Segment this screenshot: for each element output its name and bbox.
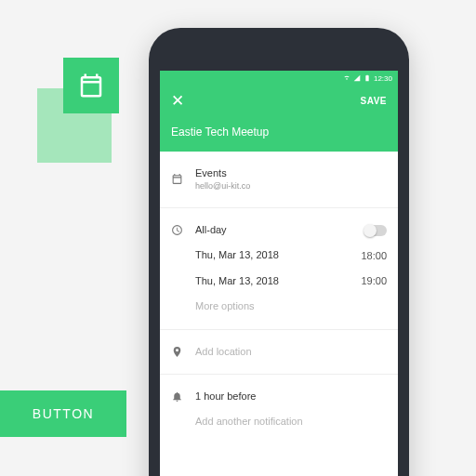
- wifi-icon: [343, 74, 350, 82]
- battery-icon: [364, 74, 371, 82]
- more-options-row[interactable]: More options: [171, 294, 387, 319]
- notification-row[interactable]: 1 hour before: [171, 384, 387, 409]
- event-title-input[interactable]: Eastie Tech Meetup: [171, 126, 387, 139]
- notification-value: 1 hour before: [195, 390, 387, 403]
- bell-icon: [171, 390, 183, 403]
- clock-icon: [171, 224, 183, 236]
- phone-frame: 12:30 ✕ SAVE Eastie Tech Meetup Events h…: [149, 28, 409, 476]
- decoration-calendar-tile: [63, 58, 119, 113]
- calendar-icon: [171, 173, 183, 185]
- time-section: All-day Thu, Mar 13, 2018 18:00 Thu, Mar…: [160, 208, 398, 330]
- start-time: 18:00: [361, 250, 387, 261]
- location-row[interactable]: Add location: [171, 339, 387, 364]
- phone-screen: 12:30 ✕ SAVE Eastie Tech Meetup Events h…: [160, 71, 398, 476]
- location-icon: [171, 346, 183, 358]
- calendar-account: hello@ui-kit.co: [195, 180, 387, 192]
- location-section: Add location: [160, 330, 398, 375]
- allday-toggle[interactable]: [364, 225, 387, 236]
- start-datetime-row[interactable]: Thu, Mar 13, 2018 18:00: [171, 243, 387, 268]
- calendar-name: Events: [195, 166, 387, 180]
- add-notification-row[interactable]: Add another notification: [171, 409, 387, 434]
- signal-icon: [353, 74, 361, 82]
- sample-button[interactable]: BUTTON: [0, 390, 126, 437]
- end-datetime-row[interactable]: Thu, Mar 13, 2018 19:00: [171, 269, 387, 294]
- status-time: 12:30: [374, 74, 392, 83]
- end-time: 19:00: [361, 275, 387, 286]
- save-button[interactable]: SAVE: [361, 96, 388, 106]
- sample-button-label: BUTTON: [33, 406, 94, 421]
- calendar-section: Events hello@ui-kit.co: [160, 152, 398, 208]
- calendar-icon: [77, 72, 105, 99]
- close-button[interactable]: ✕: [171, 93, 184, 109]
- end-date: Thu, Mar 13, 2018: [195, 274, 361, 288]
- add-notification-label: Add another notification: [195, 415, 387, 429]
- event-header: ✕ SAVE Eastie Tech Meetup: [160, 86, 398, 152]
- status-bar: 12:30: [160, 71, 398, 86]
- more-options-label: More options: [195, 299, 387, 313]
- location-placeholder: Add location: [195, 345, 387, 359]
- calendar-select-row[interactable]: Events hello@ui-kit.co: [171, 161, 387, 198]
- notification-section: 1 hour before Add another notification: [160, 375, 398, 444]
- allday-label: All-day: [195, 223, 364, 237]
- start-date: Thu, Mar 13, 2018: [195, 248, 361, 262]
